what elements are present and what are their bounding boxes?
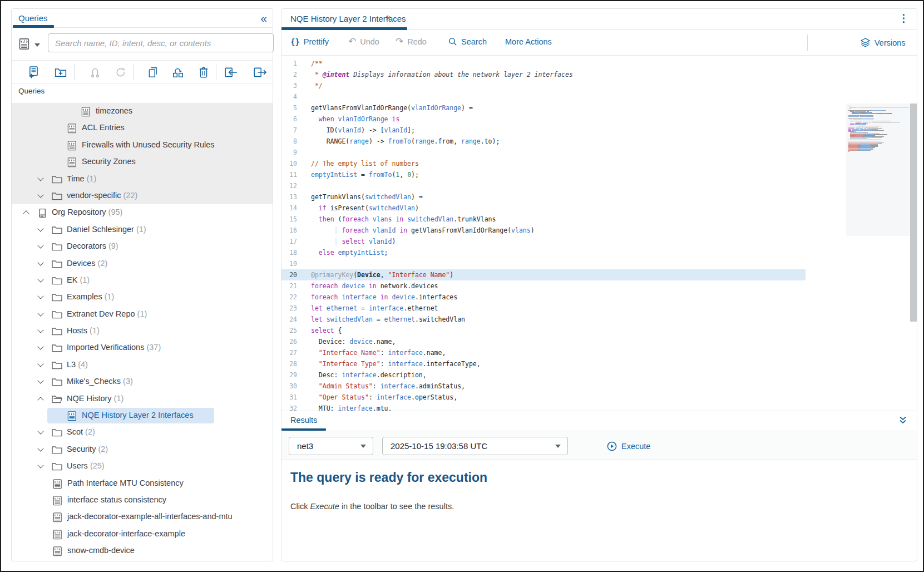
tree-item-l3[interactable]: L3 (4): [12, 357, 273, 373]
tree-item-examples[interactable]: Examples (1): [12, 289, 273, 305]
versions-button[interactable]: Versions: [860, 37, 906, 48]
tree-item-decorators[interactable]: Decorators (9): [12, 238, 273, 255]
snapshot-datetime-select[interactable]: 2025-10-15 19:03:58 UTC: [382, 437, 568, 455]
tree-item-nqe-history[interactable]: NQE History (1): [12, 391, 273, 407]
repository-icon: [37, 208, 47, 218]
tree-item-jack-decorator-interface-example[interactable]: jack-decorator-interface-example: [12, 526, 273, 543]
code-line-29: 29 Desc: interface.description,: [281, 369, 917, 381]
tree-item-mike-s-checks[interactable]: Mike's_Checks (3): [12, 373, 273, 390]
line-number: 1: [281, 58, 307, 69]
chevron-down-icon[interactable]: [37, 276, 43, 282]
collapse-results-icon[interactable]: [898, 416, 908, 425]
tree-item-org-repository[interactable]: Org Repository (95): [12, 204, 273, 221]
folder-icon: [52, 175, 62, 184]
tree-item-acl-entries[interactable]: ACL Entries: [12, 120, 273, 136]
tree-item-timezones[interactable]: timezones: [12, 103, 273, 120]
tree-item-label: Users (25): [67, 461, 105, 470]
redo-icon: ↷: [396, 38, 403, 46]
duplicate-icon[interactable]: [147, 66, 159, 78]
code-minimap[interactable]: [846, 103, 911, 236]
tab-results[interactable]: Results: [290, 416, 317, 425]
code-line-19: 19: [281, 258, 917, 269]
compare-icon[interactable]: [89, 66, 101, 78]
tree-item-interface-status-consistency[interactable]: interface status consistency: [12, 492, 273, 509]
new-query-icon[interactable]: [28, 66, 40, 78]
chevron-down-icon[interactable]: [37, 293, 43, 299]
import-icon[interactable]: [224, 66, 236, 78]
query-type-filter-dropdown[interactable]: [19, 38, 43, 51]
tree-item-time[interactable]: Time (1): [12, 171, 273, 188]
tree-item-devices[interactable]: Devices (2): [12, 255, 273, 272]
chevron-down-icon[interactable]: [37, 361, 43, 367]
move-icon[interactable]: [172, 66, 184, 78]
editor-scrollbar[interactable]: [910, 103, 917, 322]
chevron-down-icon[interactable]: [37, 310, 43, 316]
tree-item-label: jack-decorator-example-all-interfaces-an…: [67, 512, 233, 521]
chevron-down-icon[interactable]: [37, 175, 43, 181]
code-line-12: 12: [281, 180, 917, 191]
line-number: 26: [281, 336, 307, 347]
collapse-sidebar-icon[interactable]: «: [260, 11, 267, 26]
tree-item-imported-verifications[interactable]: Imported Verifications (37): [12, 339, 273, 356]
sidebar-tab-bar: Queries «: [12, 9, 273, 28]
search-button[interactable]: Search: [448, 37, 487, 46]
chevron-up-icon[interactable]: [37, 397, 43, 403]
chevron-down-icon[interactable]: [37, 259, 43, 265]
execute-button[interactable]: Execute: [607, 441, 650, 451]
code-line-3: 3 */: [281, 80, 917, 91]
more-actions-button[interactable]: More Actions: [505, 37, 552, 46]
delete-icon[interactable]: [197, 66, 210, 78]
tree-item-users[interactable]: Users (25): [12, 458, 273, 475]
chevron-down-icon[interactable]: [37, 445, 43, 451]
chevron-down-icon[interactable]: [37, 242, 43, 248]
chevron-down-icon[interactable]: [37, 344, 43, 350]
chevron-down-icon[interactable]: [37, 191, 43, 198]
chevron-down-icon[interactable]: [37, 462, 43, 469]
line-number: 23: [281, 303, 307, 314]
new-folder-icon[interactable]: [55, 66, 67, 78]
chevron-down-icon[interactable]: [37, 378, 43, 384]
item-count: (2): [98, 259, 108, 268]
line-number: 31: [281, 392, 307, 403]
item-count: (1): [105, 292, 115, 301]
chevron-down-icon[interactable]: [37, 225, 43, 231]
tree-item-vendor-specific[interactable]: vendor-specific (22): [12, 188, 273, 204]
tree-item-security[interactable]: Security (2): [12, 441, 273, 458]
tree-item-firewalls-with-unused-security-rules[interactable]: Firewalls with Unused Security Rules: [12, 137, 273, 154]
tree-item-security-zones[interactable]: Security Zones: [12, 154, 273, 170]
chevron-down-icon[interactable]: [37, 428, 43, 435]
tree-item-jack-decorator-example-all-interfaces-and-mtu[interactable]: jack-decorator-example-all-interfaces-an…: [12, 509, 273, 525]
tree-item-scot[interactable]: Scot (2): [12, 424, 273, 441]
tree-item-hosts[interactable]: Hosts (1): [12, 323, 273, 339]
search-icon: [448, 37, 457, 46]
more-menu-kebab-icon[interactable]: ⋮: [898, 12, 909, 24]
tree-item-path-interface-mtu-consistency[interactable]: Path Interface MTU Consistency: [12, 475, 273, 492]
sidebar-toolbar: [12, 60, 273, 83]
network-select[interactable]: net3: [289, 437, 373, 455]
redo-button[interactable]: ↷ Redo: [396, 37, 427, 46]
tree-item-snow-cmdb-device[interactable]: snow-cmdb-device: [12, 543, 273, 559]
tree-item-nqe-history-layer-2-interfaces[interactable]: NQE History Layer 2 Interfaces: [12, 407, 273, 424]
query-icon: [67, 157, 77, 167]
chevron-down-icon: [360, 445, 366, 451]
folder-icon: [52, 445, 62, 455]
search-input[interactable]: [48, 33, 274, 52]
code-editor[interactable]: 1/**2 * @intent Displays information abo…: [281, 56, 917, 411]
tree-item-extranet-dev-repo[interactable]: Extranet Dev Repo (1): [12, 306, 273, 323]
tree-item-daniel-schlesinger[interactable]: Daniel Schlesinger (1): [12, 221, 273, 238]
prettify-button[interactable]: {} Prettify: [290, 37, 329, 46]
chevron-down-icon[interactable]: [37, 327, 43, 333]
tree-root-label: Queries: [18, 87, 45, 95]
code-line-31: 31 "Oper Status": interface.operStatus,: [281, 392, 917, 403]
undo-button[interactable]: ↶ Undo: [348, 37, 379, 46]
editor-tab-bar: NQE History Layer 2 Interfaces × ⋮: [281, 9, 917, 30]
line-number: 3: [281, 80, 307, 91]
refresh-icon[interactable]: [115, 66, 127, 78]
item-count: (1): [114, 394, 124, 403]
export-icon[interactable]: [253, 66, 265, 78]
close-tab-icon[interactable]: ×: [386, 13, 391, 23]
folder-icon: [52, 259, 62, 269]
tree-item-ek[interactable]: EK (1): [12, 272, 273, 289]
tab-queries[interactable]: Queries: [18, 13, 48, 23]
chevron-up-icon[interactable]: [23, 211, 29, 217]
